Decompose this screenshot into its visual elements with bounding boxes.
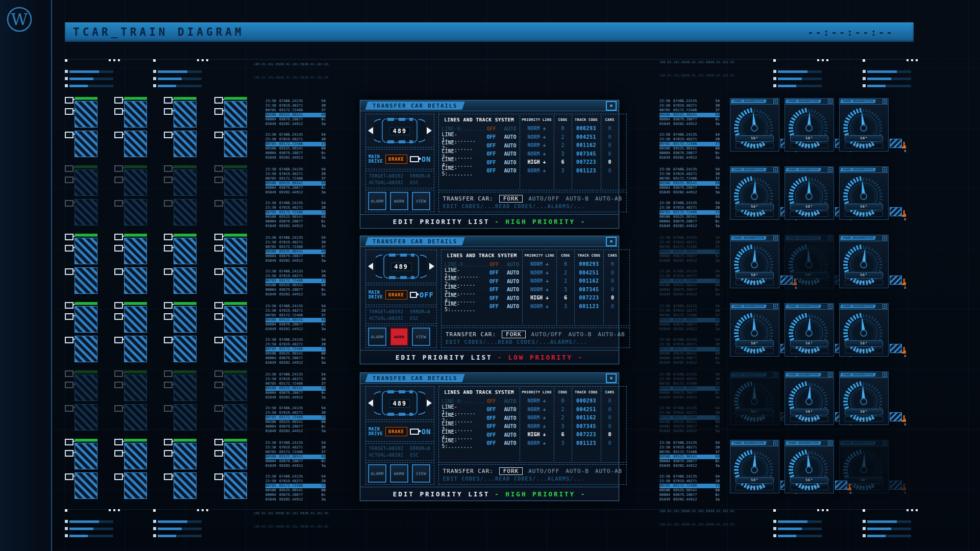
table-row[interactable]: 6584969202.449123a [265,156,326,160]
table-row[interactable]: 23:5067466.2413554 [659,406,720,411]
table-row[interactable]: 0000469879.206776c [265,219,326,224]
train-car[interactable] [174,404,197,431]
table-row[interactable]: 23:5067466.2413554 [659,338,720,342]
table-row[interactable]: 0078569172.7248637 [265,484,326,488]
table-row[interactable]: 0050669525.9654160 [265,146,326,151]
table-row[interactable]: 0000469879.206776c [659,356,720,361]
table-row[interactable]: 0050669525.9654160 [659,113,720,117]
table-row[interactable]: 23:5067019.4827120 [265,309,326,313]
table-row[interactable]: 23:5067466.2413554 [265,201,326,206]
table-row[interactable]: 6584969202.449123a [265,190,326,195]
train-car[interactable] [75,336,97,362]
table-row[interactable]: 23:5067466.2413554 [265,269,326,274]
warn-button[interactable]: WARN [390,192,408,210]
line-off-toggle[interactable]: OFF [487,160,500,165]
table-row[interactable]: 23:5067466.2413554 [265,372,326,377]
table-row[interactable]: 6584969202.449123a [659,224,720,229]
line-off-toggle[interactable]: OFF [487,126,500,132]
table-row[interactable]: 0000469879.206776c [659,424,720,429]
table-row[interactable]: 0078569172.7248637 [659,177,720,181]
table-row[interactable]: 0050669525.9654160 [265,318,326,322]
line-off-toggle[interactable]: OFF [489,262,503,267]
line-auto-toggle[interactable]: AUTO [503,279,519,284]
table-row[interactable]: 0050669525.9654160 [659,318,720,322]
table-row[interactable]: 23:5067466.2413554 [265,441,326,445]
table-row[interactable]: 23:5067466.2413554 [265,99,326,104]
table-row[interactable]: 23:5067466.2413554 [265,236,326,240]
table-row[interactable]: 0050669525.9654160 [265,352,326,356]
line-off-toggle[interactable]: OFF [487,168,500,173]
train-car[interactable] [75,169,97,196]
table-row[interactable]: 6584969202.449123a [265,292,326,297]
line-off-toggle[interactable]: OFF [487,143,500,148]
table-row[interactable]: 0078569172.7248637 [265,245,326,249]
line-off-toggle[interactable]: OFF [487,440,500,446]
close-icon[interactable]: ✕ [828,236,832,240]
table-row[interactable]: 6584969202.449123a [265,497,326,502]
train-car[interactable] [174,199,197,226]
table-row[interactable]: 0050669525.9654160 [265,215,326,219]
table-row[interactable]: 23:5067019.4827120 [265,377,326,382]
table-row[interactable]: 0000469879.206776c [265,288,326,292]
prev-car-arrow-icon[interactable] [368,399,373,407]
table-row[interactable]: 0078569172.7248637 [659,142,720,146]
edit-priority-list-button[interactable]: EDIT PRIORITY LIST [393,490,489,498]
train-car[interactable] [174,267,197,294]
table-row[interactable]: 0078569172.7248637 [659,313,720,318]
table-row[interactable]: 6584969202.449123a [265,429,326,434]
train-car[interactable] [174,131,197,157]
close-icon[interactable]: ✕ [773,372,778,377]
table-row[interactable]: 0000469879.206776c [659,391,720,395]
table-row[interactable]: 0000469879.206776c [265,151,326,156]
table-row[interactable]: 23:5067466.2413554 [659,236,720,240]
table-row[interactable]: 6584969202.449123a [659,156,720,160]
next-car-arrow-icon[interactable] [427,127,432,134]
train-car[interactable] [174,336,197,362]
table-row[interactable]: 6584969202.449123a [265,395,326,400]
alarm-button[interactable]: ALARM [368,464,386,483]
priority-level-button[interactable]: NORM+ [523,260,556,269]
line-auto-toggle[interactable]: AUTO [503,262,519,267]
close-icon[interactable]: ✕ [828,167,832,172]
edit-priority-list-button[interactable]: EDIT PRIORITY LIST [393,218,489,226]
train-car[interactable] [124,472,147,499]
line-off-toggle[interactable]: OFF [487,432,500,438]
table-row[interactable]: 23:5067466.2413554 [659,99,720,104]
table-row[interactable]: 0050669525.9654160 [265,113,326,117]
transfer-option[interactable]: AUTO-B [566,195,589,202]
esc-label[interactable]: ESC [410,316,419,321]
table-row[interactable]: 0050669525.9654160 [265,249,326,254]
table-row[interactable]: 23:5067019.4827120 [659,274,720,279]
transfer-option[interactable]: AUTO-B [566,468,589,474]
close-icon[interactable]: ✕ [773,236,778,240]
close-icon[interactable]: ✕ [883,372,887,377]
priority-level-button[interactable]: NORM+ [520,141,554,150]
table-row[interactable]: 0078569172.7248637 [659,450,720,455]
table-row[interactable]: 23:5067019.4827120 [265,172,326,177]
table-row[interactable]: 23:5067466.2413554 [659,201,720,206]
table-row[interactable]: 0050669525.9654160 [265,283,326,288]
table-row[interactable]: 0078569172.7248637 [265,108,326,113]
line-auto-toggle[interactable]: AUTO [503,287,519,292]
priority-level-button[interactable]: HIGH+ [520,158,554,167]
next-car-arrow-icon[interactable] [427,399,432,407]
transfer-option[interactable]: AUTO-AB [595,468,622,474]
table-row[interactable]: 23:5067466.2413554 [265,338,326,342]
line-auto-toggle[interactable]: AUTO [500,407,517,412]
train-car[interactable] [124,336,147,362]
table-row[interactable]: 0050669525.9654160 [659,386,720,391]
close-icon[interactable]: ✕ [773,304,778,309]
table-row[interactable]: 23:5067019.4827120 [265,274,326,279]
table-row[interactable]: 6584969202.449123a [659,122,720,127]
table-row[interactable]: 0000469879.206776c [659,219,720,224]
train-car[interactable] [124,101,147,128]
table-row[interactable]: 0000469879.206776c [265,117,326,122]
prev-car-arrow-icon[interactable] [368,127,373,134]
line-auto-toggle[interactable]: AUTO [500,151,517,157]
transfer-option[interactable]: AUTO-AB [598,331,625,338]
train-car[interactable] [174,306,197,333]
table-row[interactable]: 0078569172.7248637 [659,245,720,249]
close-icon[interactable]: ✕ [883,304,887,309]
table-row[interactable]: 23:5067019.4827120 [265,445,326,450]
close-icon[interactable]: ✕ [773,99,778,104]
